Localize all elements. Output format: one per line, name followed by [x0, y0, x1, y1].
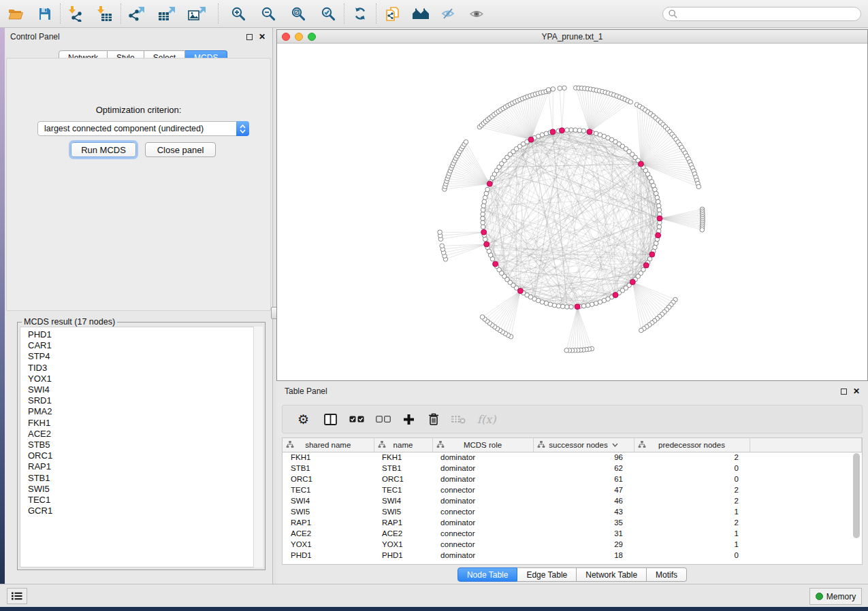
- leaf-node[interactable]: [628, 100, 633, 105]
- show-all-icon[interactable]: [466, 3, 487, 24]
- open-file-icon[interactable]: [5, 3, 26, 24]
- ring-node[interactable]: [481, 212, 485, 217]
- leaf-node[interactable]: [700, 228, 705, 233]
- mcds-result-item[interactable]: YOX1: [28, 374, 262, 384]
- mcds-result-item[interactable]: SRD1: [28, 395, 262, 406]
- select-all-icon[interactable]: [349, 409, 364, 429]
- mcds-hub-node[interactable]: [638, 161, 643, 167]
- mcds-result-item[interactable]: STB1: [28, 473, 262, 484]
- leaf-node[interactable]: [564, 348, 569, 353]
- table-row[interactable]: RAP1RAP1dominator352: [283, 517, 862, 528]
- ring-node[interactable]: [594, 301, 598, 306]
- ring-node[interactable]: [581, 129, 586, 133]
- ring-node[interactable]: [655, 195, 660, 200]
- criterion-dropdown[interactable]: largest connected component (undirected): [37, 121, 249, 136]
- mcds-result-item[interactable]: FKH1: [28, 418, 262, 429]
- ring-node[interactable]: [544, 131, 549, 136]
- mcds-result-item[interactable]: RAP1: [28, 461, 262, 472]
- ring-node[interactable]: [656, 203, 661, 208]
- zoom-out-icon[interactable]: [258, 3, 278, 24]
- mcds-hub-node[interactable]: [630, 280, 635, 285]
- copy-network-icon[interactable]: [382, 3, 402, 24]
- mcds-hub-node[interactable]: [481, 229, 487, 235]
- mcds-result-item[interactable]: TID3: [28, 363, 262, 374]
- mcds-result-item[interactable]: ACE2: [28, 429, 262, 440]
- ring-node[interactable]: [569, 305, 574, 310]
- ring-node[interactable]: [573, 128, 578, 133]
- tab-node-table[interactable]: Node Table: [457, 567, 518, 582]
- zoom-fit-icon[interactable]: [288, 3, 308, 24]
- import-table-icon[interactable]: [95, 3, 115, 24]
- zoom-in-icon[interactable]: [228, 3, 248, 24]
- add-column-icon[interactable]: [403, 409, 415, 429]
- table-row[interactable]: YOX1YOX1connector291: [283, 539, 862, 550]
- mcds-hub-node[interactable]: [550, 129, 556, 135]
- deselect-all-icon[interactable]: [376, 409, 391, 429]
- mcds-hub-node[interactable]: [656, 233, 661, 238]
- leaf-node[interactable]: [696, 184, 701, 189]
- ring-node[interactable]: [481, 220, 485, 225]
- float-table-panel-icon[interactable]: [841, 389, 847, 395]
- ring-node[interactable]: [556, 303, 561, 308]
- memory-button[interactable]: Memory: [809, 588, 862, 605]
- mcds-hub-node[interactable]: [587, 129, 592, 135]
- ring-node[interactable]: [548, 302, 553, 307]
- table-row[interactable]: ACE2ACE2connector311: [283, 528, 862, 539]
- delete-table-icon[interactable]: [451, 409, 466, 429]
- ring-node[interactable]: [483, 195, 487, 200]
- table-row[interactable]: PHD1PHD1dominator180: [283, 550, 862, 561]
- mcds-result-item[interactable]: PMA2: [28, 406, 262, 417]
- mcds-hub-node[interactable]: [613, 293, 618, 298]
- mcds-hub-node[interactable]: [559, 128, 564, 133]
- ring-node[interactable]: [581, 303, 586, 308]
- ring-node[interactable]: [560, 304, 565, 309]
- mcds-hub-node[interactable]: [487, 181, 492, 186]
- function-builder-icon[interactable]: f(x): [477, 409, 496, 429]
- ring-node[interactable]: [657, 208, 662, 212]
- ring-node[interactable]: [481, 203, 486, 208]
- mcds-hub-node[interactable]: [649, 252, 655, 257]
- network-canvas[interactable]: [277, 44, 867, 380]
- ring-node[interactable]: [481, 208, 485, 212]
- search-input[interactable]: [681, 10, 855, 19]
- mcds-result-list[interactable]: PHD1CAR1STP4TID3YOX1SWI4SRD1PMA2FKH1ACE2…: [20, 327, 263, 567]
- table-row[interactable]: SWI4SWI4dominator462: [283, 495, 862, 506]
- ring-node[interactable]: [482, 199, 487, 204]
- table-header-row[interactable]: shared namenameMCDS rolesuccessor nodesp…: [283, 438, 862, 452]
- leaf-node[interactable]: [480, 315, 485, 320]
- column-header-shared-name[interactable]: shared name: [283, 438, 374, 452]
- column-header-successor-nodes[interactable]: successor nodes: [533, 438, 634, 452]
- delete-column-icon[interactable]: [428, 409, 439, 429]
- save-session-icon[interactable]: [34, 3, 54, 24]
- ring-node[interactable]: [481, 216, 485, 221]
- ring-node[interactable]: [481, 225, 485, 229]
- ring-node[interactable]: [654, 191, 658, 196]
- show-panels-button[interactable]: [7, 588, 27, 604]
- mcds-result-item[interactable]: SWI4: [28, 384, 262, 395]
- ring-node[interactable]: [657, 225, 662, 229]
- tab-edge-table[interactable]: Edge Table: [517, 567, 577, 582]
- tab-motifs[interactable]: Motifs: [647, 567, 687, 582]
- column-header-name[interactable]: name: [374, 438, 432, 452]
- column-visibility-icon[interactable]: [324, 409, 337, 429]
- close-panel-button[interactable]: Close panel: [145, 142, 216, 157]
- mcds-result-item[interactable]: CAR1: [28, 340, 262, 351]
- table-row[interactable]: TEC1TEC1connector472: [283, 484, 862, 495]
- mcds-list-scrollbar[interactable]: [253, 327, 263, 567]
- column-header-MCDS-role[interactable]: MCDS role: [432, 438, 533, 452]
- mcds-hub-node[interactable]: [528, 137, 534, 142]
- ring-node[interactable]: [590, 302, 594, 307]
- table-settings-icon[interactable]: ⚙: [298, 409, 309, 429]
- ring-node[interactable]: [585, 303, 590, 308]
- mcds-result-item[interactable]: PHD1: [28, 329, 262, 340]
- mcds-hub-node[interactable]: [493, 261, 498, 267]
- table-row[interactable]: ORC1ORC1dominator610: [283, 474, 862, 484]
- import-network-icon[interactable]: [66, 3, 86, 24]
- export-table-icon[interactable]: [157, 3, 177, 24]
- table-row[interactable]: SWI5SWI5connector431: [283, 506, 862, 517]
- mcds-result-item[interactable]: STB5: [28, 440, 262, 450]
- mcds-result-item[interactable]: SWI5: [28, 484, 262, 495]
- refresh-icon[interactable]: [350, 3, 370, 24]
- column-header-predecessor-nodes[interactable]: predecessor nodes: [634, 438, 750, 452]
- leaf-node[interactable]: [562, 86, 567, 90]
